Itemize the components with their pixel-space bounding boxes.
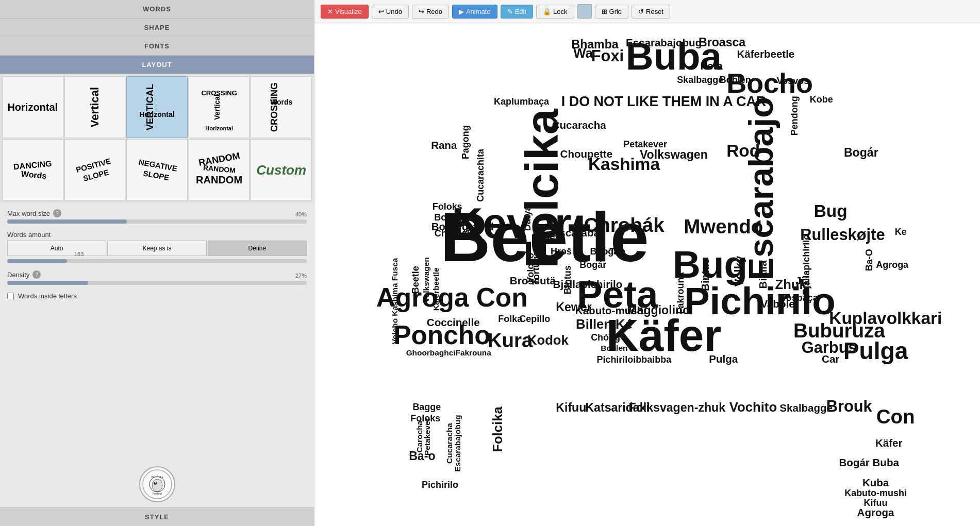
visualize-label: Visualize (335, 8, 362, 15)
word-bagge-b: Bagge (412, 402, 441, 412)
layout-crossing-words[interactable]: CROSSING Words (251, 76, 312, 138)
edit-icon: ✎ (507, 8, 513, 15)
word-kuba-b: Kuba (862, 477, 889, 488)
layout-custom[interactable]: Custom (251, 139, 312, 201)
word-kura: Kura (488, 329, 533, 351)
color-swatch[interactable] (577, 4, 592, 19)
edit-button[interactable]: ✎ Edit (501, 5, 533, 19)
visualize-icon: ✕ (327, 8, 333, 15)
word-rana: Rana (431, 139, 457, 151)
lock-button[interactable]: 🔒 Lock (536, 5, 574, 19)
crossing3-v: CROSSING (269, 82, 280, 132)
max-word-size-row: Max word size ? 40% (7, 209, 307, 224)
layout-dancing-label: DANCING Words (3, 160, 63, 180)
layout-crossing-v: VERTICAL (145, 84, 156, 130)
grid-button[interactable]: ⊞ Grid (595, 5, 629, 19)
word-chong: Chóng (591, 332, 620, 343)
words-inside-row: Words inside letters (7, 292, 307, 300)
word-foxi: Foxi (591, 47, 624, 65)
undo-button[interactable]: ↩ Undo (372, 5, 409, 19)
layout-horizontal[interactable]: Horizontal (2, 76, 63, 138)
lock-icon: 🔒 (543, 8, 551, 15)
animate-icon: ▶ (459, 8, 464, 15)
layout-crossing3-content: CROSSING Words (251, 77, 311, 138)
word-vosvos: Vosvos (777, 76, 809, 86)
layout-custom-label: Custom (256, 162, 306, 178)
word-peta-top: Peta (700, 60, 723, 72)
crossing2-bottom: Horizontal (205, 125, 233, 131)
layout-crossing-horizontal[interactable]: CROSSING Vertical Horizontal (189, 76, 250, 138)
word-bialla: Bialla (757, 260, 769, 289)
redo-button[interactable]: ↪ Redo (412, 5, 449, 19)
word-chrobak-l: Chrobák (435, 228, 473, 239)
words-inside-checkbox[interactable] (7, 293, 14, 299)
word-hros: Hroš (531, 232, 555, 244)
word-cloud-svg: Beetle Käfer Peta Bug Kever Pichirilo Fo… (314, 23, 980, 526)
tab-layout[interactable]: LAYOUT (0, 56, 314, 74)
svg-point-4 (152, 479, 162, 491)
word-kaplumbaca: Kaplumbaça (494, 96, 550, 107)
words-auto-btn[interactable]: Auto (7, 241, 106, 256)
layout-crossing-vertical[interactable]: VERTICAL Horizontal (126, 76, 188, 138)
density-row: Density ? 27% (7, 270, 307, 285)
word-agroga-r: Agroga (876, 260, 909, 270)
word-skalbagge: Skalbagge (677, 75, 723, 85)
redo-label: Redo (426, 8, 442, 15)
word-rod: Rod (726, 141, 760, 160)
word-kaferbeetle-l: Käferbeetle (431, 267, 440, 311)
word-skalbagge-b: Skalbagge (779, 402, 833, 414)
layout-dancing[interactable]: DANCING Words (2, 139, 63, 201)
word-folcika: Folcika (516, 108, 568, 268)
word-cepillo: Cepillo (519, 314, 550, 324)
svg-point-5 (154, 482, 157, 485)
visualize-button[interactable]: ✕ Visualize (321, 5, 369, 19)
word-vochito: Vochito (729, 400, 777, 414)
animate-label: Animate (466, 8, 491, 15)
word-pendong: Pendong (789, 96, 800, 135)
words-amount-value: 163 (74, 251, 84, 257)
svg-text:Birdz of a: Birdz of a (151, 476, 163, 479)
tab-words[interactable]: WORDS (0, 0, 314, 19)
word-cloud-area: Beetle Käfer Peta Bug Kever Pichirilo Fo… (314, 23, 980, 526)
words-keepas-btn[interactable]: Keep as is (107, 241, 206, 256)
words-define-btn[interactable]: Define (208, 241, 307, 256)
word-hros2: Hroš (551, 246, 572, 257)
word-kabuto-b: Kabuto-mushi (844, 488, 907, 498)
reset-button[interactable]: ↺ Reset (632, 5, 670, 19)
word-kifuu-b: Kifuu (556, 401, 586, 414)
max-word-size-label: Max word size ? (7, 209, 307, 217)
tab-shape[interactable]: SHAPE (0, 19, 314, 37)
toolbar: ✕ Visualize ↩ Undo ↪ Redo ▶ Animate ✎ Ed… (314, 0, 980, 23)
max-word-size-value: 40% (295, 211, 307, 217)
word-petakever: Petakever (623, 139, 667, 149)
word-kaferbeetle: Käferbeetle (737, 48, 794, 60)
word-datya: Datya (522, 205, 533, 231)
layout-crossing-content: VERTICAL Horizontal (127, 77, 187, 138)
max-word-size-slider[interactable]: 40% (7, 219, 307, 224)
layout-positive[interactable]: POSITIVE SLOPE (64, 139, 126, 201)
density-slider[interactable]: 27% (7, 281, 307, 285)
word-cucarachita: Cucarachita (475, 148, 486, 202)
word-brouk: Brouk (826, 397, 873, 415)
tab-style[interactable]: STYLE (0, 507, 314, 526)
words-amount-row: Words amount Auto Keep as is Define 163 (7, 231, 307, 263)
word-petakever-b: Petakever (423, 418, 431, 455)
logo: Birdz of a Feather (139, 466, 175, 502)
word-con-b: Con (876, 405, 915, 428)
tab-fonts[interactable]: FONTS (0, 37, 314, 56)
word-billen: Billen Ké (576, 317, 633, 331)
max-word-size-help[interactable]: ? (53, 209, 61, 217)
layout-random[interactable]: RANDOM RANDOM RANDOM (189, 139, 250, 201)
layout-vertical[interactable]: Vertical (64, 76, 126, 138)
animate-button[interactable]: ▶ Animate (452, 5, 497, 19)
density-help[interactable]: ? (32, 270, 41, 279)
layout-horizontal-label: Horizontal (7, 101, 58, 113)
words-amount-slider[interactable]: 163 (7, 259, 307, 263)
word-bintus: Bintus (699, 258, 711, 291)
reset-icon: ↺ (638, 8, 644, 15)
layout-negative[interactable]: NEGATIVE SLOPE (126, 139, 188, 201)
words-inside-label: Words inside letters (18, 292, 77, 300)
grid-icon: ⊞ (602, 8, 607, 15)
word-boblen-l: Boblen (601, 344, 627, 352)
word-choupette: Choupette (560, 148, 613, 160)
